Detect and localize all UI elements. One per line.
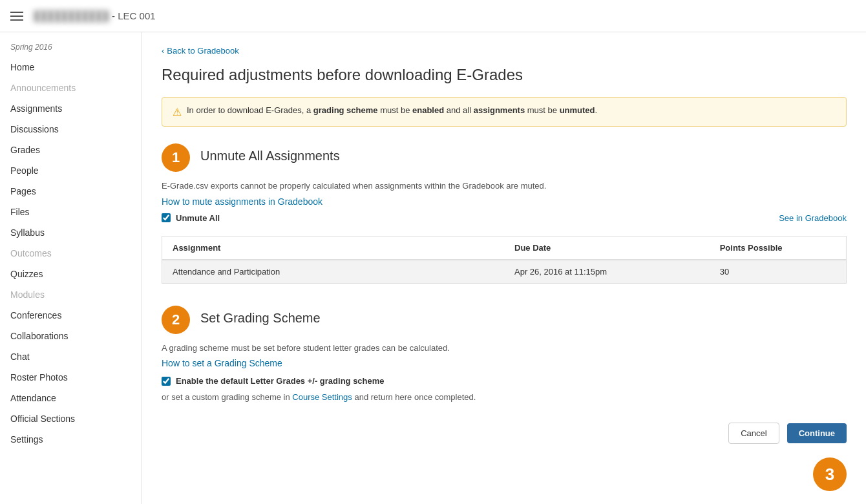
section1-header: 1 Unmute All Assignments — [162, 142, 847, 172]
sidebar-item-quizzes[interactable]: Quizzes — [0, 264, 142, 284]
topbar: ███████████ - LEC 001 — [0, 0, 866, 32]
col-duedate-header: Due Date — [504, 236, 710, 260]
grading-scheme-checkbox-row: Enable the default Letter Grades +/- gra… — [162, 376, 847, 386]
continue-button[interactable]: Continue — [787, 423, 847, 443]
section2-body: A grading scheme must be set before stud… — [162, 342, 847, 403]
course-settings-link[interactable]: Course Settings — [292, 392, 352, 402]
sidebar-item-chat[interactable]: Chat — [0, 346, 142, 367]
main-layout: Spring 2016 Home Announcements Assignmen… — [0, 32, 866, 504]
section1-title: Unmute All Assignments — [200, 142, 340, 163]
sidebar-item-people[interactable]: People — [0, 160, 142, 181]
section2-title: Set Grading Scheme — [200, 304, 321, 326]
due-date: Apr 26, 2016 at 11:15pm — [504, 260, 710, 284]
page-title: Required adjustments before downloading … — [162, 66, 847, 84]
points-possible: 30 — [710, 260, 847, 284]
step3-circle: 3 — [813, 457, 847, 491]
chevron-left-icon: ‹ — [162, 46, 164, 56]
mute-help-link[interactable]: How to mute assignments in Gradebook — [162, 196, 322, 207]
hamburger-menu-icon[interactable] — [10, 12, 23, 21]
course-section: - LEC 001 — [112, 10, 156, 21]
sidebar-item-discussions[interactable]: Discussions — [0, 119, 142, 140]
section-unmute: 1 Unmute All Assignments E-Grade.csv exp… — [162, 142, 847, 284]
sidebar-item-files[interactable]: Files — [0, 202, 142, 222]
sidebar-item-assignments[interactable]: Assignments — [0, 98, 142, 119]
unmute-all-label: Unmute All — [176, 213, 220, 223]
warning-text: In order to download E-Grades, a grading… — [187, 105, 597, 115]
grading-help-link[interactable]: How to set a Grading Scheme — [162, 358, 282, 368]
sidebar-item-collaborations[interactable]: Collaborations — [0, 326, 142, 346]
sidebar-item-settings[interactable]: Settings — [0, 429, 142, 450]
sidebar-item-home[interactable]: Home — [0, 57, 142, 78]
back-to-gradebook-link[interactable]: ‹ Back to Gradebook — [162, 46, 239, 56]
section2-desc: A grading scheme must be set before stud… — [162, 342, 847, 355]
sidebar-item-modules: Modules — [0, 284, 142, 305]
section2-header: 2 Set Grading Scheme — [162, 304, 847, 334]
unmute-all-checkbox[interactable] — [162, 213, 171, 222]
warning-icon: ⚠ — [173, 106, 182, 118]
or-text: or set a custom grading scheme in Course… — [162, 392, 847, 402]
sidebar-item-announcements: Announcements — [0, 78, 142, 98]
sidebar-item-pages[interactable]: Pages — [0, 181, 142, 202]
sidebar-item-outcomes: Outcomes — [0, 243, 142, 264]
col-assignment-header: Assignment — [162, 236, 505, 260]
sidebar-item-attendance[interactable]: Attendance — [0, 388, 142, 408]
step1-circle: 1 — [162, 143, 190, 172]
grading-scheme-checkbox[interactable] — [162, 377, 171, 386]
assignments-table: Assignment Due Date Points Possible Atte… — [162, 236, 847, 284]
col-points-header: Points Possible — [710, 236, 847, 260]
content-area: ‹ Back to Gradebook Required adjustments… — [142, 32, 866, 504]
cancel-button[interactable]: Cancel — [728, 423, 779, 444]
section1-desc: E-Grade.csv exports cannot be properly c… — [162, 180, 847, 193]
topbar-title: ███████████ - LEC 001 — [34, 10, 156, 21]
see-in-gradebook-link[interactable]: See in Gradebook — [779, 213, 847, 223]
sidebar-item-official-sections[interactable]: Official Sections — [0, 408, 142, 429]
unmute-all-checkbox-row: Unmute All — [162, 213, 779, 223]
step2-circle: 2 — [162, 306, 190, 334]
section1-body: E-Grade.csv exports cannot be properly c… — [162, 180, 847, 284]
sidebar-semester: Spring 2016 — [0, 40, 142, 57]
section-grading-scheme: 2 Set Grading Scheme A grading scheme mu… — [162, 304, 847, 403]
grading-scheme-label: Enable the default Letter Grades +/- gra… — [176, 376, 385, 386]
action-bar: Cancel Continue — [162, 423, 847, 444]
assignment-name: Attendance and Participation — [162, 260, 505, 284]
sidebar-item-grades[interactable]: Grades — [0, 140, 142, 160]
sidebar: Spring 2016 Home Announcements Assignmen… — [0, 32, 142, 504]
sidebar-item-roster-photos[interactable]: Roster Photos — [0, 367, 142, 388]
course-name-blurred: ███████████ — [34, 10, 109, 21]
sidebar-item-syllabus[interactable]: Syllabus — [0, 222, 142, 243]
table-row: Attendance and Participation Apr 26, 201… — [162, 260, 847, 284]
warning-box: ⚠ In order to download E-Grades, a gradi… — [162, 97, 847, 127]
sidebar-item-conferences[interactable]: Conferences — [0, 305, 142, 326]
